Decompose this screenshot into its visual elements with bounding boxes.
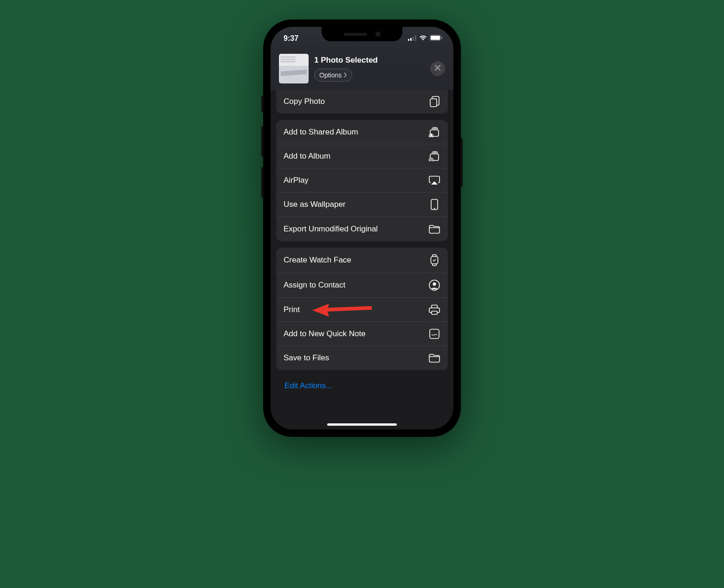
svg-rect-3	[415, 35, 416, 41]
action-group-1: Copy Photo	[276, 90, 448, 114]
copy-icon	[428, 96, 440, 107]
watch-icon	[428, 254, 440, 266]
action-label: Add to New Quick Note	[284, 329, 366, 339]
action-label: AirPlay	[284, 176, 309, 185]
volume-up-button	[261, 126, 264, 157]
action-save-to-files[interactable]: Save to Files	[276, 346, 448, 370]
options-label: Options	[319, 71, 342, 79]
svg-rect-14	[431, 256, 438, 264]
chevron-right-icon	[343, 71, 347, 79]
folder-icon	[428, 224, 440, 234]
close-icon	[434, 64, 441, 73]
action-airplay[interactable]: AirPlay	[276, 168, 448, 192]
action-label: Add to Album	[284, 152, 330, 161]
action-label: Assign to Contact	[284, 281, 345, 290]
power-button	[460, 138, 463, 187]
sheet-title: 1 Photo Selected	[314, 56, 425, 65]
album-plus-icon	[428, 151, 440, 161]
action-copy-photo[interactable]: Copy Photo	[276, 90, 448, 114]
airplay-icon	[428, 176, 440, 185]
options-button[interactable]: Options	[314, 69, 352, 82]
cellular-icon	[408, 34, 416, 43]
home-indicator[interactable]	[327, 423, 397, 426]
quick-note-icon	[428, 329, 440, 339]
close-button[interactable]	[430, 61, 445, 76]
print-icon	[428, 305, 440, 315]
photo-thumbnail[interactable]	[279, 54, 309, 83]
svg-rect-6	[441, 37, 442, 39]
svg-rect-1	[410, 38, 412, 41]
action-print[interactable]: Print	[276, 298, 448, 322]
svg-rect-13	[431, 199, 438, 210]
action-label: Use as Wallpaper	[284, 200, 346, 209]
mute-switch	[261, 96, 264, 112]
status-icons	[408, 34, 442, 43]
folder-icon	[428, 353, 440, 363]
svg-rect-0	[408, 39, 409, 41]
volume-down-button	[261, 167, 264, 198]
action-label: Create Watch Face	[284, 256, 351, 265]
share-sheet-header: 1 Photo Selected Options	[271, 48, 453, 90]
annotation-arrow-icon	[311, 303, 372, 318]
wifi-icon	[419, 34, 427, 43]
status-time: 9:37	[284, 34, 298, 43]
action-add-shared-album[interactable]: Add to Shared Album	[276, 120, 448, 144]
action-label: Add to Shared Album	[284, 128, 358, 137]
action-label: Save to Files	[284, 353, 329, 363]
action-group-2: Add to Shared Album Add to Album AirPlay	[276, 120, 448, 241]
svg-rect-19	[430, 329, 439, 339]
action-use-as-wallpaper[interactable]: Use as Wallpaper	[276, 192, 448, 217]
action-label: Print	[284, 305, 300, 314]
notch	[322, 27, 402, 41]
shared-album-icon	[428, 127, 440, 137]
action-add-album[interactable]: Add to Album	[276, 144, 448, 168]
iphone-frame: 9:37 1 Photo Selected Options	[263, 19, 461, 437]
action-label: Copy Photo	[284, 97, 325, 106]
battery-icon	[430, 34, 442, 43]
svg-point-16	[433, 282, 436, 286]
action-create-watch-face[interactable]: Create Watch Face	[276, 248, 448, 273]
screen: 9:37 1 Photo Selected Options	[271, 27, 453, 429]
svg-rect-7	[430, 99, 437, 107]
wallpaper-icon	[428, 199, 440, 210]
action-group-3: Create Watch Face Assign to Contact Prin…	[276, 248, 448, 370]
contact-icon	[428, 280, 440, 291]
svg-rect-5	[431, 36, 440, 40]
svg-point-10	[431, 134, 432, 136]
action-assign-contact[interactable]: Assign to Contact	[276, 273, 448, 298]
edit-actions-link[interactable]: Edit Actions...	[276, 377, 448, 390]
action-export-original[interactable]: Export Unmodified Original	[276, 217, 448, 241]
svg-rect-2	[413, 37, 414, 41]
actions-list: Copy Photo Add to Shared Album Add to Al…	[271, 90, 453, 396]
action-add-quick-note[interactable]: Add to New Quick Note	[276, 322, 448, 346]
svg-rect-18	[432, 311, 437, 314]
action-label: Export Unmodified Original	[284, 224, 378, 234]
